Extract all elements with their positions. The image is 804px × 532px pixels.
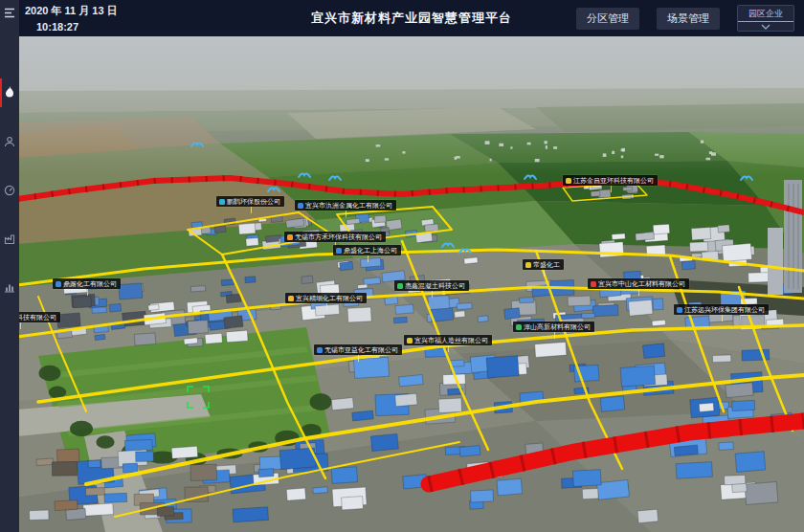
company-marker-icon	[56, 281, 61, 287]
park-enterprise-dropdown[interactable]: 园区企业	[737, 5, 794, 32]
company-label[interactable]: 潭山高新材料有限公司	[513, 321, 594, 332]
time-text: 10:18:27	[36, 21, 118, 33]
app-window: { "topbar": { "date": "2020 年 11 月 13 日"…	[0, 0, 804, 532]
company-marker-icon	[287, 234, 293, 240]
company-marker-icon	[397, 283, 403, 289]
company-label[interactable]: 江苏金昌亚环科技有限公司	[563, 175, 658, 186]
company-marker-icon	[516, 324, 522, 330]
company-label-text: 潭山高新材料有限公司	[524, 323, 591, 330]
sidebar-item-menu[interactable]	[0, 5, 19, 20]
company-marker-icon	[566, 178, 571, 184]
top-bar: 2020 年 11 月 13 日 10:18:27 宜兴市新材料产业园智慧管理平…	[19, 0, 804, 36]
company-label[interactable]: 鹏鹞环保股份公司	[216, 196, 284, 207]
sidebar-item-stats[interactable]	[0, 279, 19, 295]
company-label[interactable]: 无锡市亚益化工有限公司	[314, 344, 402, 355]
company-marker-icon	[317, 347, 323, 353]
flame-icon	[4, 86, 15, 98]
company-marker-icon	[298, 203, 303, 209]
dropdown-label: 园区企业	[748, 6, 783, 21]
sidebar	[0, 0, 19, 532]
company-label[interactable]: 宜兴市氿洲金属化工有限公司	[295, 200, 396, 211]
sidebar-item-factory[interactable]	[0, 232, 19, 247]
company-label-text: 无锡市亚益化工有限公司	[324, 346, 398, 353]
company-label-text: 宜兴市氿洲金属化工有限公司	[305, 202, 392, 209]
company-marker-icon	[407, 338, 413, 344]
company-label-text: 惠鑫混凝土科技公司	[405, 282, 465, 289]
company-marker-icon	[219, 199, 225, 205]
topbar-actions: 分区管理 场景管理 园区企业	[576, 5, 804, 32]
chevron-down-icon	[761, 24, 770, 30]
bar-chart-icon	[4, 281, 15, 293]
company-label[interactable]: 常盛化工	[523, 259, 564, 270]
company-label[interactable]: 宜兴市福人造丝有限公司	[404, 335, 492, 345]
zone-management-button[interactable]: 分区管理	[576, 8, 639, 30]
datetime-block: 2020 年 11 月 13 日 10:18:27	[19, 4, 118, 33]
company-label-text: 江苏金昌亚环科技有限公司	[573, 177, 654, 184]
gauge-icon	[4, 185, 15, 196]
hamburger-icon	[4, 8, 15, 18]
company-label-text: 常盛化工	[533, 261, 560, 268]
sidebar-item-fire[interactable]	[0, 84, 19, 100]
company-label-text: 鼎盛化工上海公司	[344, 247, 397, 254]
company-marker-icon	[591, 281, 596, 287]
scene-management-button[interactable]: 场景管理	[657, 8, 720, 30]
dropdown-divider	[738, 21, 793, 22]
company-label[interactable]: 无锡市方禾环保科技有限公司	[284, 232, 386, 242]
company-label-text: 江苏远兴环保集团有限公司	[684, 306, 765, 313]
date-text: 2020 年 11 月 13 日	[25, 4, 118, 18]
company-label-text: 无锡市方禾环保科技有限公司	[295, 233, 382, 240]
company-label-text: 鹏鹞环保股份公司	[227, 198, 280, 205]
company-label-text: 鼎露化工有限公司	[63, 280, 117, 287]
company-marker-icon	[336, 248, 342, 254]
company-marker-icon	[525, 262, 531, 268]
company-marker-icon	[677, 307, 682, 313]
company-marker-icon	[288, 296, 294, 301]
company-label[interactable]: 江苏远兴环保集团有限公司	[674, 304, 769, 315]
company-label[interactable]: 惠鑫混凝土科技公司	[394, 280, 469, 291]
company-label-text: 宜兴市中山化工材料有限公司	[598, 280, 685, 287]
sidebar-item-monitor[interactable]	[0, 183, 19, 198]
company-label[interactable]: 宜兴精细化工有限公司	[285, 293, 367, 303]
map-3d-scene[interactable]	[0, 0, 804, 532]
company-label-text: 宜兴精细化工有限公司	[296, 295, 363, 301]
company-label[interactable]: 鼎露化工有限公司	[53, 278, 121, 289]
factory-icon	[4, 233, 15, 245]
user-icon	[4, 136, 15, 147]
company-label-text: 宜兴市福人造丝有限公司	[414, 337, 488, 344]
company-label[interactable]: 鼎盛化工上海公司	[333, 245, 401, 255]
company-label[interactable]: 宜兴市中山化工材料有限公司	[588, 278, 689, 289]
sidebar-item-user[interactable]	[0, 134, 19, 149]
